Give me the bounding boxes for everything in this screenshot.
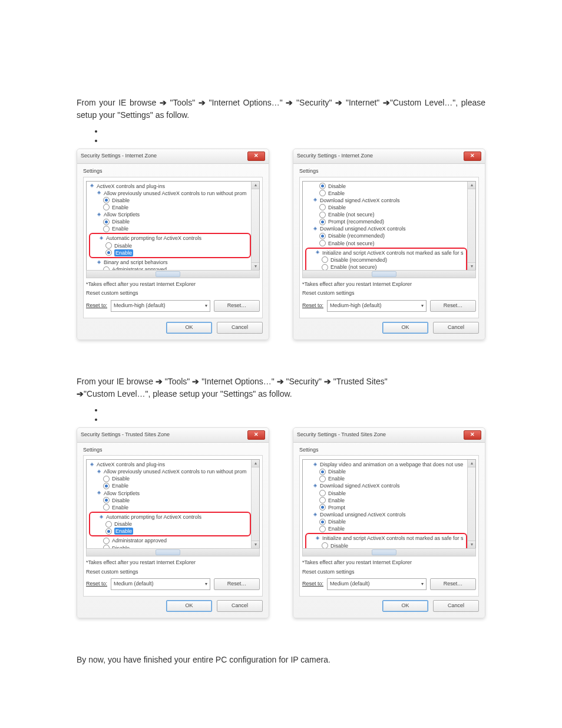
ok-button[interactable]: OK <box>382 322 428 334</box>
radio[interactable] <box>319 519 326 525</box>
radio[interactable] <box>319 497 326 503</box>
close-icon[interactable]: ✕ <box>464 151 481 161</box>
close-icon[interactable]: ✕ <box>247 151 265 161</box>
node-icon: ◈ <box>312 512 318 518</box>
ok-button[interactable]: OK <box>166 322 212 334</box>
hscrollbar[interactable] <box>302 548 476 556</box>
reset-to-label: Reset to: <box>302 302 323 310</box>
cancel-button[interactable]: Cancel <box>433 600 479 612</box>
ok-button[interactable]: OK <box>382 600 428 612</box>
highlight-red: ◈Automatic prompting for ActiveX control… <box>89 233 251 258</box>
node-icon: ◈ <box>96 490 101 496</box>
radio[interactable] <box>103 219 110 225</box>
radio[interactable] <box>105 521 112 528</box>
radio[interactable] <box>103 476 110 482</box>
radio[interactable] <box>103 538 110 544</box>
scroll-down-icon[interactable]: ▾ <box>252 262 259 270</box>
reset-button[interactable]: Reset… <box>430 578 476 590</box>
radio[interactable] <box>319 476 326 482</box>
list-item <box>104 134 485 140</box>
hscrollbar[interactable] <box>302 270 476 278</box>
radio[interactable] <box>319 526 326 532</box>
window-title: Security Settings - Internet Zone <box>297 152 373 160</box>
radio[interactable] <box>319 183 326 189</box>
settings-group: ▴ ▾ ◈ActiveX controls and plug-ins ◈Allo… <box>83 455 263 597</box>
conclusion-paragraph: By now, you have finished your entire PC… <box>77 654 485 666</box>
cancel-button[interactable]: Cancel <box>217 322 263 334</box>
reset-section-label: Reset custom settings <box>86 568 260 577</box>
close-icon[interactable]: ✕ <box>464 430 481 440</box>
scroll-up-icon[interactable]: ▴ <box>468 182 475 189</box>
radio[interactable] <box>319 469 326 475</box>
node-icon: ◈ <box>96 469 101 475</box>
titlebar: Security Settings - Trusted Sites Zone ✕ <box>293 428 485 443</box>
radio[interactable] <box>103 197 110 203</box>
radio[interactable] <box>319 219 326 225</box>
ok-button[interactable]: OK <box>166 600 212 612</box>
arrow-icon: ➔ <box>77 389 84 398</box>
radio[interactable] <box>319 190 326 196</box>
scroll-down-icon[interactable]: ▾ <box>468 262 475 270</box>
settings-label: Settings <box>83 167 269 176</box>
radio[interactable] <box>105 528 112 535</box>
scrollbar[interactable]: ▴ ▾ <box>251 182 259 270</box>
scrollbar[interactable]: ▴ ▾ <box>467 182 475 270</box>
radio[interactable] <box>103 504 110 510</box>
radio[interactable] <box>105 249 112 256</box>
arrow-icon: ➔ <box>199 98 206 107</box>
radio[interactable] <box>105 242 112 249</box>
reset-to-label: Reset to: <box>86 580 107 588</box>
node-icon: ◈ <box>312 483 318 489</box>
restart-note: *Takes effect after you restart Internet… <box>86 559 260 567</box>
radio[interactable] <box>103 226 110 232</box>
arrow-icon: ➔ <box>383 98 390 107</box>
reset-section-label: Reset custom settings <box>86 289 260 298</box>
window-title: Security Settings - Trusted Sites Zone <box>297 431 386 439</box>
radio[interactable] <box>319 240 326 246</box>
node-icon: ◈ <box>96 259 101 265</box>
radio[interactable] <box>322 256 328 263</box>
settings-tree[interactable]: ▴ ▾ ◈ActiveX controls and plug-ins ◈Allo… <box>86 181 260 271</box>
scroll-up-icon[interactable]: ▴ <box>252 182 259 189</box>
settings-group: ▴ ▾ ◈ActiveX controls and plug-ins ◈Allo… <box>83 177 263 318</box>
cancel-button[interactable]: Cancel <box>217 600 263 612</box>
scroll-up-icon[interactable]: ▴ <box>468 460 475 467</box>
settings-tree[interactable]: ▴ ▾ Disable Enable ◈Download signed Acti… <box>302 181 476 271</box>
scroll-down-icon[interactable]: ▾ <box>468 541 475 548</box>
hscrollbar[interactable] <box>86 270 260 278</box>
radio[interactable] <box>103 483 110 489</box>
scroll-down-icon[interactable]: ▾ <box>252 541 259 548</box>
reset-dropdown[interactable]: Medium-high (default)▾ <box>111 300 210 312</box>
screenshot-row: Security Settings - Trusted Sites Zone ✕… <box>77 427 485 619</box>
radio[interactable] <box>319 490 326 496</box>
node-icon: ◈ <box>98 515 104 520</box>
radio[interactable] <box>103 204 110 210</box>
reset-dropdown[interactable]: Medium-high (default)▾ <box>327 300 427 312</box>
cancel-button[interactable]: Cancel <box>433 322 479 334</box>
settings-tree[interactable]: ▴ ▾ ◈Display video and animation on a we… <box>302 459 476 549</box>
reset-dropdown[interactable]: Medium (default)▾ <box>327 578 427 590</box>
screenshot-row: Security Settings - Internet Zone ✕ Sett… <box>77 149 485 340</box>
radio[interactable] <box>319 504 326 510</box>
radio[interactable] <box>103 497 110 503</box>
settings-tree[interactable]: ▴ ▾ ◈ActiveX controls and plug-ins ◈Allo… <box>86 459 260 549</box>
reset-button[interactable]: Reset… <box>430 300 476 312</box>
restart-note: *Takes effect after you restart Internet… <box>86 281 260 289</box>
reset-dropdown[interactable]: Medium (default)▾ <box>111 578 210 590</box>
scrollbar[interactable]: ▴ ▾ <box>467 460 475 548</box>
hscrollbar[interactable] <box>86 548 260 556</box>
settings-label: Settings <box>299 167 485 176</box>
scroll-up-icon[interactable]: ▴ <box>252 460 259 467</box>
reset-button[interactable]: Reset… <box>214 578 260 590</box>
highlight-selection: Enable <box>114 249 133 256</box>
node-icon: ◈ <box>315 536 320 541</box>
radio[interactable] <box>319 204 326 210</box>
radio[interactable] <box>319 233 326 239</box>
instruction-paragraph-trusted: From your IE browse ➔ "Tools" ➔ "Interne… <box>77 375 485 400</box>
arrow-icon: ➔ <box>324 377 331 386</box>
reset-button[interactable]: Reset… <box>214 300 260 312</box>
scrollbar[interactable]: ▴ ▾ <box>251 460 259 548</box>
radio[interactable] <box>319 212 326 218</box>
close-icon[interactable]: ✕ <box>247 430 265 440</box>
highlight-red: ◈Automatic prompting for ActiveX control… <box>89 512 251 536</box>
